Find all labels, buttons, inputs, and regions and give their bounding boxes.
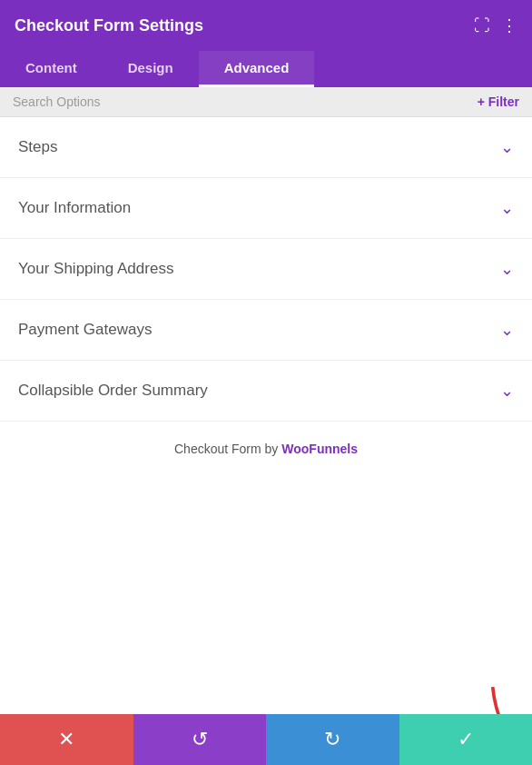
accordion-header-your-information[interactable]: Your Information ⌄: [0, 178, 532, 238]
action-bar: ✕ ↺ ↻ ✓: [0, 714, 532, 765]
accordion-label-your-information: Your Information: [18, 199, 131, 217]
accordion-item-order-summary: Collapsible Order Summary ⌄: [0, 361, 532, 422]
search-options-placeholder[interactable]: Search Options: [13, 94, 101, 109]
accordion-label-steps: Steps: [18, 138, 57, 156]
accordion-item-steps: Steps ⌄: [0, 117, 532, 178]
chevron-down-icon-steps: ⌄: [500, 137, 514, 157]
filter-button[interactable]: + Filter: [478, 94, 519, 109]
accordion-label-payment-gateways: Payment Gateways: [18, 321, 152, 339]
attribution-text: Checkout Form by: [174, 442, 281, 456]
tab-design[interactable]: Design: [103, 51, 199, 87]
page-title: Checkout Form Settings: [15, 16, 203, 35]
expand-icon[interactable]: ⛶: [474, 16, 490, 35]
main-content: Steps ⌄ Your Information ⌄ Your Shipping…: [0, 117, 532, 742]
accordion-label-order-summary: Collapsible Order Summary: [18, 382, 208, 400]
accordion-item-payment-gateways: Payment Gateways ⌄: [0, 300, 532, 361]
attribution: Checkout Form by WooFunnels: [0, 422, 532, 476]
tab-content[interactable]: Content: [0, 51, 103, 87]
accordion-item-your-information: Your Information ⌄: [0, 178, 532, 239]
attribution-link[interactable]: WooFunnels: [281, 442, 358, 456]
accordion-header-steps[interactable]: Steps ⌄: [0, 117, 532, 177]
accordion-item-shipping: Your Shipping Address ⌄: [0, 239, 532, 300]
chevron-down-icon-shipping: ⌄: [500, 259, 514, 279]
header: Checkout Form Settings ⛶ ⋮: [0, 0, 532, 51]
accordion-label-shipping: Your Shipping Address: [18, 260, 173, 278]
tabs-bar: Content Design Advanced: [0, 51, 532, 87]
search-bar: Search Options + Filter: [0, 87, 532, 117]
more-icon[interactable]: ⋮: [501, 15, 517, 35]
reset-button[interactable]: ↺: [133, 714, 267, 765]
chevron-down-icon-your-information: ⌄: [500, 198, 514, 218]
cancel-button[interactable]: ✕: [0, 714, 133, 765]
refresh-button[interactable]: ↻: [266, 714, 399, 765]
accordion-header-order-summary[interactable]: Collapsible Order Summary ⌄: [0, 361, 532, 421]
accordion-list: Steps ⌄ Your Information ⌄ Your Shipping…: [0, 117, 532, 422]
confirm-button[interactable]: ✓: [399, 714, 533, 765]
header-icons: ⛶ ⋮: [474, 15, 517, 35]
chevron-down-icon-order-summary: ⌄: [500, 381, 514, 401]
tab-advanced[interactable]: Advanced: [199, 51, 315, 87]
accordion-header-shipping[interactable]: Your Shipping Address ⌄: [0, 239, 532, 299]
accordion-header-payment-gateways[interactable]: Payment Gateways ⌄: [0, 300, 532, 360]
chevron-down-icon-payment-gateways: ⌄: [500, 320, 514, 340]
